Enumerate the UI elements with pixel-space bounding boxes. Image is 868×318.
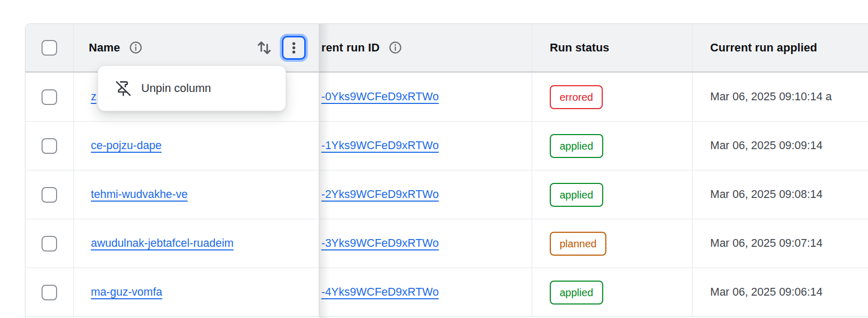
- run-id-link[interactable]: -0Yks9WCFeD9xRTWo: [321, 90, 439, 103]
- header-cell-current-run-applied: Current run applied: [692, 24, 868, 71]
- table-row: ce-pojzu-dape -1Yks9WCFeD9xRTWo applied …: [25, 122, 868, 170]
- menu-item-unpin-column[interactable]: Unpin column: [98, 66, 286, 111]
- column-options-button[interactable]: [282, 36, 306, 60]
- header-cell-run-status: Run status: [532, 24, 692, 71]
- cell-name: ma-guz-vomfa: [73, 268, 319, 316]
- cell-select: [25, 73, 73, 121]
- cell-run-id: -1Yks9WCFeD9xRTWo: [319, 122, 532, 170]
- cell-run-id: -4Yks9WCFeD9xRTWo: [319, 268, 532, 316]
- cell-run-status: applied: [532, 268, 692, 316]
- run-id-link[interactable]: -2Yks9WCFeD9xRTWo: [321, 188, 439, 201]
- cell-select: [25, 219, 73, 268]
- row-checkbox[interactable]: [42, 138, 57, 154]
- header-cell-current-run-id: rent run ID: [319, 24, 532, 71]
- cell-current-run-applied: Mar 06, 2025 09:07:14: [692, 219, 868, 268]
- run-status-badge: planned: [550, 232, 606, 256]
- header-cell-select-all: [25, 24, 73, 71]
- workspace-name-link[interactable]: z: [91, 90, 97, 103]
- current-run-applied-timestamp: Mar 06, 2025 09:09:14: [710, 139, 822, 152]
- cell-current-run-applied: Mar 06, 2025 09:08:14: [692, 170, 868, 219]
- workspace-name-link[interactable]: tehmi-wudvakhe-ve: [91, 188, 187, 201]
- menu-item-label: Unpin column: [141, 82, 211, 95]
- cell-run-status: planned: [532, 219, 692, 268]
- workspace-name-link[interactable]: awudulnak-jebtafcel-ruadeim: [91, 237, 234, 250]
- column-menu-popover: Unpin column: [98, 65, 286, 111]
- cell-run-id: -0Yks9WCFeD9xRTWo: [319, 73, 532, 121]
- run-id-link[interactable]: -3Yks9WCFeD9xRTWo: [321, 237, 439, 250]
- run-status-badge: applied: [550, 281, 603, 304]
- cell-current-run-applied: Mar 06, 2025 09:10:14 a: [692, 73, 868, 121]
- current-run-applied-timestamp: Mar 06, 2025 09:10:14 a: [710, 90, 832, 103]
- cell-run-status: applied: [532, 170, 692, 219]
- cell-name: awudulnak-jebtafcel-ruadeim: [73, 219, 319, 268]
- current-run-applied-column-label: Current run applied: [710, 41, 817, 55]
- cell-select: [25, 170, 73, 219]
- cell-current-run-applied: Mar 06, 2025 09:06:14: [692, 268, 868, 316]
- row-checkbox[interactable]: [42, 89, 57, 105]
- info-icon[interactable]: [129, 41, 143, 55]
- run-id-link[interactable]: -1Yks9WCFeD9xRTWo: [321, 139, 439, 152]
- current-run-id-column-label: rent run ID: [321, 41, 379, 55]
- run-status-badge: errored: [550, 85, 603, 109]
- cell-run-status: applied: [532, 122, 692, 170]
- info-icon[interactable]: [388, 41, 402, 55]
- current-run-applied-timestamp: Mar 06, 2025 09:07:14: [710, 237, 822, 250]
- cell-name: ce-pojzu-dape: [73, 122, 319, 170]
- current-run-applied-timestamp: Mar 06, 2025 09:06:14: [710, 286, 822, 299]
- run-status-badge: applied: [550, 134, 603, 158]
- cell-current-run-applied: Mar 06, 2025 09:09:14: [692, 122, 868, 170]
- run-status-badge: applied: [550, 183, 603, 207]
- sort-arrows-icon[interactable]: [255, 39, 273, 57]
- cell-run-id: -3Yks9WCFeD9xRTWo: [319, 219, 532, 268]
- cell-select: [25, 268, 73, 316]
- workspace-name-link[interactable]: ma-guz-vomfa: [91, 286, 162, 299]
- row-checkbox[interactable]: [42, 236, 57, 251]
- cell-run-id: -2Yks9WCFeD9xRTWo: [319, 170, 532, 219]
- kebab-menu-icon: [286, 40, 302, 56]
- workspace-name-link[interactable]: ce-pojzu-dape: [91, 139, 161, 152]
- name-column-label: Name: [89, 41, 120, 55]
- table-row: ma-guz-vomfa -4Yks9WCFeD9xRTWo applied M…: [25, 268, 868, 317]
- cell-select: [25, 122, 73, 170]
- row-checkbox[interactable]: [42, 285, 57, 300]
- current-run-applied-timestamp: Mar 06, 2025 09:08:14: [710, 188, 822, 201]
- table-row: awudulnak-jebtafcel-ruadeim -3Yks9WCFeD9…: [25, 219, 868, 268]
- select-all-checkbox[interactable]: [42, 40, 57, 56]
- run-id-link[interactable]: -4Yks9WCFeD9xRTWo: [321, 286, 439, 299]
- header-cell-name: Name: [73, 24, 319, 71]
- cell-name: tehmi-wudvakhe-ve: [73, 170, 319, 219]
- run-status-column-label: Run status: [550, 41, 609, 55]
- row-checkbox[interactable]: [42, 187, 57, 203]
- cell-run-status: errored: [532, 73, 692, 121]
- unpin-icon: [115, 81, 131, 97]
- table-row: tehmi-wudvakhe-ve -2Yks9WCFeD9xRTWo appl…: [25, 170, 868, 219]
